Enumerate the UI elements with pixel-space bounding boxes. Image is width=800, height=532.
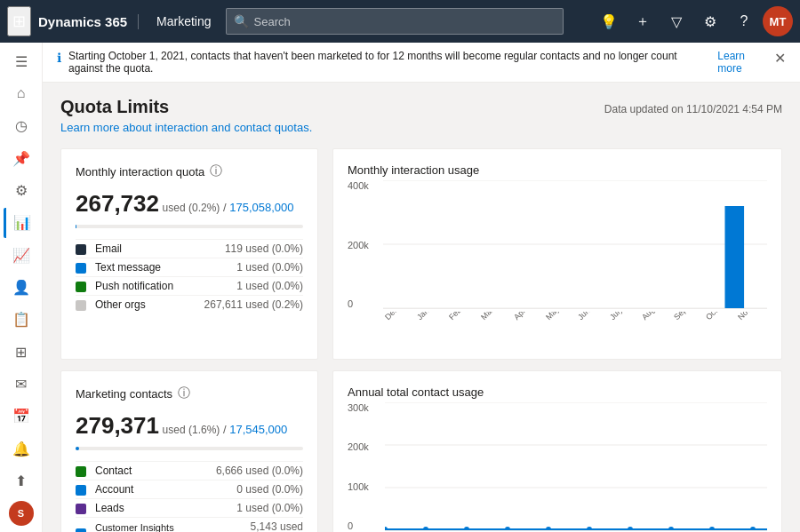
page-content: Quota Limits Data updated on 11/10/2021 … xyxy=(43,83,800,532)
marketing-contacts-info-icon[interactable]: ⓘ xyxy=(178,385,190,401)
ci-value: 5,143 used(0.0%) xyxy=(206,518,303,533)
dot-1 xyxy=(423,527,428,531)
marketing-contacts-card: Marketing contacts ⓘ 279,371 used (1.6%)… xyxy=(60,370,318,532)
sidebar-item-lists[interactable]: 📋 xyxy=(4,305,39,335)
dot-9 xyxy=(750,527,756,531)
contacts-slash: / xyxy=(223,423,227,436)
account-label: Account xyxy=(95,480,206,499)
dot-8 xyxy=(709,527,715,531)
monthly-quota-slash: / xyxy=(223,201,227,214)
dot-2 xyxy=(464,527,469,531)
x-oct: October xyxy=(704,312,732,322)
sidebar-item-recent[interactable]: ◷ xyxy=(4,111,39,141)
annual-y-axis: 300k 200k 100k 0 xyxy=(348,402,369,531)
monthly-quota-info-icon[interactable]: ⓘ xyxy=(210,163,222,179)
x-axis-labels: December January February March April Ma… xyxy=(383,312,767,324)
dot-4 xyxy=(546,527,551,531)
filter-button[interactable]: ▽ xyxy=(661,6,692,36)
user-avatar[interactable]: MT xyxy=(763,6,793,36)
sidebar-item-menu[interactable]: ☰ xyxy=(4,46,39,76)
x-jul: July xyxy=(608,312,636,322)
contacts-used-pct: used (1.6%) xyxy=(163,424,220,436)
brand: Dynamics 365 xyxy=(38,14,139,29)
page-content-area: ℹ Starting October 1, 2021, contacts tha… xyxy=(43,43,800,532)
annual-y-200k: 200k xyxy=(348,441,369,452)
monthly-chart-card: Monthly interaction usage 400k 200k 0 xyxy=(332,148,782,360)
search-box[interactable]: 🔍 xyxy=(226,8,564,35)
dot-0 xyxy=(385,527,388,531)
quota-learn-link[interactable]: Learn more about interaction and contact… xyxy=(60,121,312,134)
november-bar xyxy=(724,206,744,309)
contacts-bar-container xyxy=(76,447,303,450)
monthly-quota-used-pct: used (0.2%) xyxy=(163,202,220,214)
app-grid-button[interactable]: ⊞ xyxy=(7,6,31,36)
push-label: Push notification xyxy=(95,277,187,296)
add-button[interactable]: ＋ xyxy=(628,6,658,36)
notification-close-button[interactable]: ✕ xyxy=(774,50,786,67)
legend-row-email: Email 119 used (0.0%) xyxy=(76,240,303,258)
monthly-quota-total: 175,058,000 xyxy=(229,201,293,214)
x-jun: June xyxy=(576,312,604,322)
sidebar-item-settings[interactable]: ⚙ xyxy=(4,175,39,205)
x-feb: February xyxy=(447,312,475,322)
account-dot xyxy=(76,485,86,496)
settings-button[interactable]: ⚙ xyxy=(695,6,725,36)
other-label: Other orgs xyxy=(95,296,187,314)
notification-text: Starting October 1, 2021, contacts that … xyxy=(68,50,700,75)
sidebar: ☰ ⌂ ◷ 📌 ⚙ 📊 📈 👤 📋 ⊞ ✉ 📅 🔔 ⬆ S xyxy=(0,43,43,532)
email-value: 119 used (0.0%) xyxy=(187,240,303,258)
sidebar-item-upload[interactable]: ⬆ xyxy=(4,465,39,496)
info-icon: ℹ xyxy=(57,51,61,65)
sidebar-item-pinned[interactable]: 📌 xyxy=(4,143,39,173)
sidebar-item-active[interactable]: 📊 xyxy=(4,208,39,238)
module-name: Marketing xyxy=(146,14,211,28)
dot-3 xyxy=(505,527,510,531)
sidebar-item-calendar[interactable]: 📅 xyxy=(4,401,39,432)
sidebar-avatar: S xyxy=(9,501,34,526)
second-cards-row: Marketing contacts ⓘ 279,371 used (1.6%)… xyxy=(60,370,782,532)
sidebar-item-email[interactable]: ✉ xyxy=(4,369,39,399)
monthly-bar-chart-svg xyxy=(383,180,767,309)
annual-y-100k: 100k xyxy=(348,481,369,492)
sidebar-item-user-bottom[interactable]: S xyxy=(4,498,39,528)
monthly-quota-title: Monthly interaction quota ⓘ xyxy=(76,163,303,179)
legend-row-text: Text message 1 used (0.0%) xyxy=(76,258,303,277)
question-button[interactable]: ? xyxy=(729,6,759,36)
data-updated-label: Data updated on 11/10/2021 4:54 PM xyxy=(604,103,782,115)
x-apr: April xyxy=(512,312,540,322)
x-jan: January xyxy=(415,312,443,322)
leads-label: Leads xyxy=(95,499,206,518)
leads-value: 1 used (0.0%) xyxy=(206,499,303,518)
contact-dot xyxy=(76,466,86,477)
email-label: Email xyxy=(95,240,187,258)
brand-name: Dynamics 365 xyxy=(38,14,127,29)
push-color-dot xyxy=(76,282,86,292)
dot-7 xyxy=(668,527,674,531)
contact-label: Contact xyxy=(95,462,206,480)
contacts-used-number: 279,371 xyxy=(76,412,159,439)
monthly-quota-number: 267,732 xyxy=(76,190,159,217)
monthly-quota-bar-container xyxy=(76,225,303,228)
sidebar-item-home[interactable]: ⌂ xyxy=(4,78,39,108)
sidebar-item-contacts[interactable]: 👤 xyxy=(4,272,39,302)
monthly-quota-card: Monthly interaction quota ⓘ 267,732 used… xyxy=(60,148,318,360)
x-sep: September xyxy=(672,312,700,322)
x-may: May xyxy=(544,312,572,322)
x-dec: December xyxy=(383,312,411,322)
monthly-chart-title: Monthly interaction usage xyxy=(348,163,767,177)
sidebar-item-segments[interactable]: ⊞ xyxy=(4,337,39,367)
annual-y-0: 0 xyxy=(348,520,369,531)
sidebar-item-chart[interactable]: 📈 xyxy=(4,240,39,270)
contacts-bar-fill xyxy=(76,447,79,450)
learn-more-link[interactable]: Learn more xyxy=(717,50,767,75)
x-mar: March xyxy=(479,312,507,322)
sidebar-item-alerts[interactable]: 🔔 xyxy=(4,433,39,464)
help-lightbulb-button[interactable]: 💡 xyxy=(594,6,624,36)
legend-row-push: Push notification 1 used (0.0%) xyxy=(76,277,303,296)
search-icon: 🔍 xyxy=(234,14,249,28)
annual-chart-area: 300k 200k 100k 0 xyxy=(348,402,767,532)
search-input[interactable] xyxy=(254,15,556,28)
x-nov: November xyxy=(736,312,764,322)
ci-dot xyxy=(76,528,86,532)
top-navigation: ⊞ Dynamics 365 Marketing 🔍 💡 ＋ ▽ ⚙ ? MT xyxy=(0,0,800,43)
